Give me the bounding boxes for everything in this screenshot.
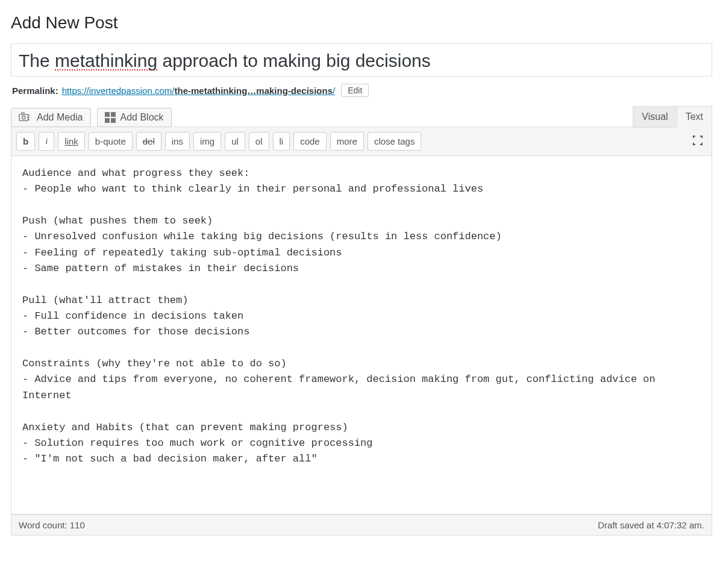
blocks-icon [105,112,116,123]
svg-rect-3 [105,112,110,117]
svg-point-1 [22,116,25,119]
qt-ins-button[interactable]: ins [165,132,190,151]
permalink-link[interactable]: https://invertedpassion.com/the-metathin… [62,86,335,96]
word-count-value: 110 [70,520,85,530]
svg-rect-0 [19,114,28,121]
svg-rect-5 [105,118,110,123]
post-title-input[interactable]: The metathinking approach to making big … [11,43,712,77]
svg-rect-6 [111,118,116,123]
draft-saved-status: Draft saved at 4:07:32 am. [598,520,704,530]
permalink-trail: / [333,86,335,96]
qt-link-button[interactable]: link [58,132,85,151]
qt-del-button[interactable]: del [136,132,161,151]
qt-bold-button[interactable]: b [16,132,35,151]
title-spellcheck-word: metathinking [55,51,157,70]
permalink-row: Permalink: https://invertedpassion.com/t… [12,84,711,97]
qt-ol-button[interactable]: ol [249,132,269,151]
title-text-rest: approach to making big decisions [157,51,431,70]
svg-rect-2 [22,113,25,114]
qt-bquote-button[interactable]: b-quote [89,132,133,151]
quicktags-toolbar: b i link b-quote del ins img ul ol li co… [11,127,712,156]
content-area [11,156,712,514]
qt-ul-button[interactable]: ul [225,132,245,151]
qt-more-button[interactable]: more [330,132,364,151]
word-count-label: Word count: [19,520,70,530]
add-block-label: Add Block [120,112,164,123]
word-count: Word count: 110 [19,520,85,530]
fullscreen-icon [692,134,704,148]
permalink-slug: the-metathinking…making-decisions [174,86,333,96]
permalink-label: Permalink: [12,86,58,96]
tab-text[interactable]: Text [677,106,712,128]
add-media-label: Add Media [37,112,83,123]
editor-statusbar: Word count: 110 Draft saved at 4:07:32 a… [11,514,712,536]
add-media-button[interactable]: Add Media [11,108,91,127]
editor-box: b i link b-quote del ins img ul ol li co… [11,127,712,536]
permalink-base: https://invertedpassion.com/ [62,86,175,96]
fullscreen-toggle-button[interactable] [689,134,707,149]
page-title: Add New Post [11,13,712,33]
qt-closetags-button[interactable]: close tags [368,132,422,151]
add-block-button[interactable]: Add Block [97,108,172,127]
permalink-edit-button[interactable]: Edit [341,84,369,97]
qt-code-button[interactable]: code [293,132,327,151]
svg-rect-4 [111,112,116,117]
editor-wrap: Add New Post The metathinking approach t… [0,0,723,536]
tab-visual[interactable]: Visual [633,106,677,128]
qt-italic-button[interactable]: i [39,132,54,151]
title-text-pre: The [19,51,55,70]
camera-media-icon [19,112,32,123]
qt-li-button[interactable]: li [273,132,290,151]
qt-img-button[interactable]: img [193,132,221,151]
post-content-textarea[interactable] [11,156,712,511]
